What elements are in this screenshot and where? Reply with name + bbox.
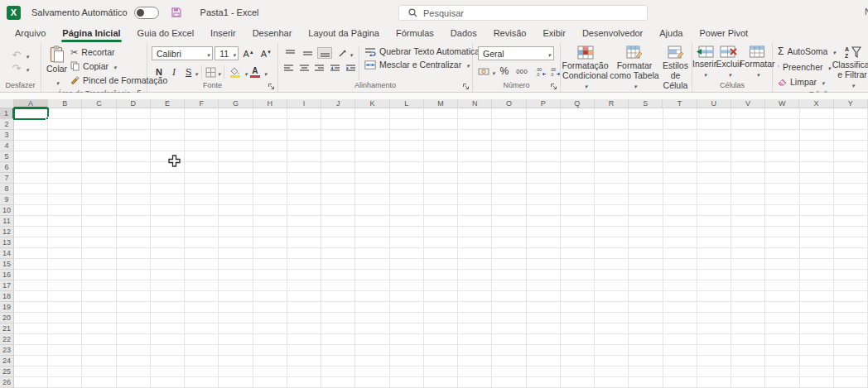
- redo-button[interactable]: ↷: [12, 63, 28, 74]
- row-header-5[interactable]: 5: [0, 151, 14, 162]
- fill-handle[interactable]: [46, 117, 49, 120]
- column-header-l[interactable]: L: [390, 99, 424, 108]
- clear-button[interactable]: Limpar: [778, 76, 831, 88]
- column-header-y[interactable]: Y: [834, 99, 868, 108]
- align-left-button[interactable]: [282, 62, 296, 74]
- column-header-o[interactable]: O: [492, 99, 526, 108]
- decrease-font-button[interactable]: A▼: [258, 49, 274, 59]
- tab-exibir[interactable]: Exibir: [534, 25, 574, 43]
- font-name-combo[interactable]: Calibri: [152, 46, 213, 60]
- accounting-format-button[interactable]: [478, 64, 495, 79]
- select-all-corner[interactable]: [0, 99, 14, 108]
- row-header-8[interactable]: 8: [0, 184, 14, 194]
- column-header-r[interactable]: R: [595, 99, 629, 108]
- column-header-i[interactable]: I: [287, 99, 321, 108]
- column-header-v[interactable]: V: [731, 99, 765, 108]
- delete-cells-button[interactable]: Excluir: [716, 46, 741, 80]
- align-top-button[interactable]: [282, 47, 297, 59]
- increase-decimal-button[interactable]: .00 .0: [535, 67, 547, 76]
- row-header-19[interactable]: 19: [0, 302, 14, 313]
- row-header-11[interactable]: 11: [0, 216, 14, 227]
- underline-button[interactable]: S: [181, 67, 192, 77]
- row-header-24[interactable]: 24: [0, 356, 14, 366]
- save-button[interactable]: [171, 7, 182, 18]
- tab-dados[interactable]: Dados: [442, 25, 485, 43]
- row-header-15[interactable]: 15: [0, 259, 14, 270]
- excel-logo-icon[interactable]: X: [7, 6, 21, 20]
- column-header-n[interactable]: N: [458, 99, 492, 108]
- italic-button[interactable]: I: [167, 66, 181, 79]
- column-header-j[interactable]: J: [321, 99, 355, 108]
- column-header-k[interactable]: K: [355, 99, 389, 108]
- row-header-26[interactable]: 26: [0, 377, 14, 388]
- column-header-g[interactable]: G: [219, 99, 253, 108]
- column-header-m[interactable]: M: [424, 99, 458, 108]
- font-size-combo[interactable]: 11: [215, 46, 239, 60]
- row-header-10[interactable]: 10: [0, 205, 14, 216]
- row-header-3[interactable]: 3: [0, 130, 14, 141]
- row-header-12[interactable]: 12: [0, 227, 14, 237]
- column-header-p[interactable]: P: [527, 99, 561, 108]
- tab-layout-da-página[interactable]: Layout da Página: [300, 25, 388, 43]
- column-header-w[interactable]: W: [765, 99, 799, 108]
- row-header-16[interactable]: 16: [0, 270, 14, 280]
- column-header-q[interactable]: Q: [561, 99, 595, 108]
- decrease-indent-button[interactable]: [329, 62, 342, 74]
- row-header-22[interactable]: 22: [0, 334, 14, 345]
- row-header-9[interactable]: 9: [0, 194, 14, 205]
- fill-color-button[interactable]: [228, 67, 242, 78]
- tab-fórmulas[interactable]: Fórmulas: [388, 25, 442, 43]
- tab-ajuda[interactable]: Ajuda: [651, 25, 691, 43]
- column-header-x[interactable]: X: [799, 99, 833, 108]
- increase-indent-button[interactable]: [344, 62, 357, 74]
- dialog-launcher-icon[interactable]: [550, 83, 557, 90]
- align-right-button[interactable]: [313, 62, 326, 74]
- row-header-21[interactable]: 21: [0, 323, 14, 334]
- decrease-decimal-button[interactable]: .00 .0: [549, 67, 562, 76]
- column-header-c[interactable]: C: [82, 99, 116, 108]
- column-header-b[interactable]: B: [48, 99, 82, 108]
- tab-arquivo[interactable]: Arquivo: [7, 25, 54, 43]
- tab-inserir[interactable]: Inserir: [202, 25, 244, 43]
- row-header-14[interactable]: 14: [0, 248, 14, 259]
- dialog-launcher-icon[interactable]: [268, 83, 275, 90]
- tab-revisão[interactable]: Revisão: [485, 25, 535, 43]
- fill-button[interactable]: Preencher: [778, 61, 831, 73]
- bold-button[interactable]: N: [152, 67, 166, 77]
- orientation-button[interactable]: [335, 47, 356, 59]
- tab-página-inicial[interactable]: Página Inicial: [54, 25, 128, 43]
- tab-guia-do-excel[interactable]: Guia do Excel: [129, 25, 202, 43]
- increase-font-button[interactable]: A▲: [240, 49, 256, 59]
- percent-style-button[interactable]: %: [497, 65, 513, 77]
- row-header-13[interactable]: 13: [0, 237, 14, 248]
- row-header-17[interactable]: 17: [0, 280, 14, 291]
- paste-button[interactable]: Colar: [46, 46, 67, 89]
- selected-cell-a1[interactable]: [13, 108, 49, 120]
- number-format-combo[interactable]: Geral: [478, 46, 554, 60]
- dialog-launcher-icon[interactable]: [462, 83, 470, 90]
- sheet-cells[interactable]: [14, 108, 868, 388]
- column-header-u[interactable]: U: [697, 99, 731, 108]
- insert-cells-button[interactable]: Inserir: [692, 46, 716, 80]
- borders-button[interactable]: [205, 65, 221, 79]
- column-header-t[interactable]: T: [663, 99, 697, 108]
- row-header-20[interactable]: 20: [0, 313, 14, 323]
- row-header-2[interactable]: 2: [0, 119, 14, 130]
- autosum-button[interactable]: Σ AutoSoma: [778, 46, 831, 57]
- comma-style-button[interactable]: 000: [514, 68, 530, 75]
- column-header-d[interactable]: D: [117, 99, 151, 108]
- row-header-18[interactable]: 18: [0, 291, 14, 302]
- tab-desenhar[interactable]: Desenhar: [244, 25, 301, 43]
- align-center-button[interactable]: [298, 62, 311, 74]
- font-color-button[interactable]: A: [248, 67, 262, 78]
- row-header-6[interactable]: 6: [0, 162, 14, 173]
- column-header-f[interactable]: F: [185, 99, 219, 108]
- format-cells-button[interactable]: Formatar: [741, 46, 773, 80]
- row-header-23[interactable]: 23: [0, 345, 14, 356]
- row-header-7[interactable]: 7: [0, 173, 14, 184]
- column-header-s[interactable]: S: [629, 99, 663, 108]
- row-header-1[interactable]: 1: [0, 108, 14, 119]
- sort-filter-button[interactable]: A Z Classificar e Filtrar: [832, 46, 868, 89]
- align-bottom-button[interactable]: [317, 47, 332, 59]
- autosave-toggle[interactable]: [134, 7, 159, 19]
